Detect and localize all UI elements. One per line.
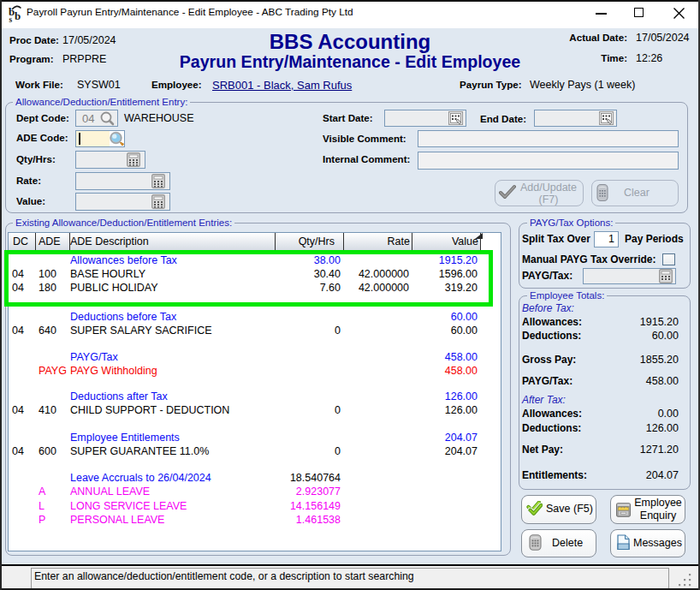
svg-text:s: s [9,15,13,22]
svg-text:b: b [15,9,21,22]
